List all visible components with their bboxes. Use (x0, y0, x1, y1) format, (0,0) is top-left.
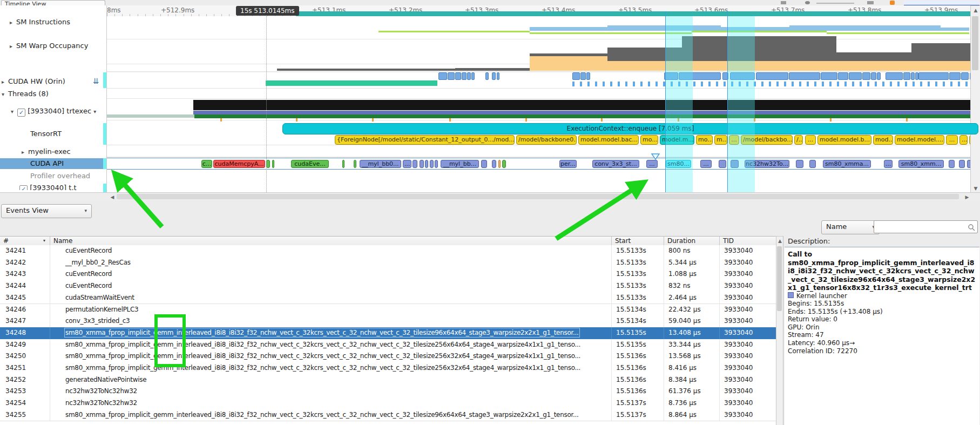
row-myelin-exec[interactable]: ▸myelin-exec (0, 147, 128, 156)
nvtx-range[interactable]: ... (946, 135, 958, 145)
cuda-hw-kernel-box[interactable] (877, 72, 881, 80)
cuda-api-call[interactable]: ... (884, 160, 893, 168)
nvtx-range[interactable]: model.model.b... (817, 135, 871, 145)
cuda-api-call[interactable] (266, 160, 270, 168)
nvtx-range[interactable]: {ForeignNode[/model/static/Constant_12_o… (335, 135, 515, 145)
nvtx-range[interactable]: /model/backbone0... (516, 135, 577, 145)
cuda-api-call[interactable]: ... (646, 160, 658, 168)
cuda-api-call[interactable] (425, 160, 428, 168)
row-sm-instructions[interactable]: ▸SM Instructions (0, 18, 116, 26)
cuda-api-call[interactable]: sm80_xmma... (823, 160, 871, 168)
cuda-hw-kernel-bar[interactable] (266, 80, 437, 86)
cuda-hw-kernel-box[interactable] (438, 72, 447, 80)
cuda-api-call[interactable] (959, 160, 965, 168)
cuda-api-call[interactable] (481, 160, 487, 168)
row-options-icon[interactable]: ▾ (93, 107, 100, 116)
row-threads[interactable]: ▾Threads (8) (0, 90, 108, 98)
cuda-hw-kernel-box[interactable] (886, 72, 903, 80)
cuda-hw-kernel-box[interactable] (961, 72, 969, 80)
table-row[interactable]: 34253nc32hw32ToNc32hw3215.5136s61.376 µs… (0, 386, 776, 398)
trtexec-checkbox[interactable]: ✓ (17, 109, 25, 117)
column-header-duration[interactable]: Duration (664, 237, 720, 245)
timeline-canvas[interactable]: {ForeignNode[/model/static/Constant_12_o… (0, 16, 980, 192)
cuda-api-call[interactable]: ... (403, 160, 411, 168)
scrollbar-thumb[interactable] (972, 16, 978, 70)
cuda-api-call[interactable]: ... (700, 160, 712, 168)
table-row[interactable]: 34251sm80_xmma_fprop_implicit_gemm_inter… (0, 362, 776, 375)
table-row[interactable]: 34250sm80_xmma_fprop_implicit_gemm_inter… (0, 350, 776, 363)
cuda-hw-kernel-box[interactable] (448, 72, 455, 80)
zoom-icon[interactable] (805, 1, 810, 4)
cuda-hw-kernel-box[interactable] (455, 72, 461, 80)
column-header-index[interactable]: #▾ (0, 237, 50, 245)
filter-field-dropdown[interactable]: Name▾ (821, 220, 880, 234)
cuda-api-call[interactable]: per... (559, 160, 577, 168)
cuda-api-call[interactable] (809, 160, 816, 168)
column-header-start[interactable]: Start (612, 237, 664, 245)
cuda-api-call[interactable]: cudaEve... (291, 160, 329, 168)
table-row[interactable]: 34241cuEventRecord15.5133s800 ns3933040 (0, 245, 776, 258)
cuda-api-call[interactable]: c... (201, 160, 212, 168)
table-row[interactable]: 34247conv_3x3_strided_c315.5134s59.040 µ… (0, 315, 776, 328)
cuda-hw-kernel-box[interactable] (862, 72, 870, 80)
cuda-hw-kernel-box[interactable] (949, 72, 961, 80)
cuda-hw-kernel-box[interactable] (492, 72, 496, 80)
cuda-api-call[interactable] (272, 160, 274, 168)
nvtx-range[interactable]: mo... (696, 135, 713, 145)
nvtx-range[interactable]: model.model.bac... (578, 135, 639, 145)
cuda-api-call[interactable] (498, 160, 501, 168)
cuda-hw-kernel-box[interactable] (756, 72, 788, 80)
expand-icon[interactable]: ▸ (2, 78, 8, 86)
nvtx-range[interactable]: mo... (640, 135, 658, 145)
cuda-api-call[interactable] (492, 160, 496, 168)
cuda-api-call[interactable] (502, 160, 506, 168)
cuda-api-call[interactable] (435, 160, 438, 168)
cuda-hw-kernel-box[interactable] (462, 72, 467, 80)
nvtx-range[interactable]: ... (805, 135, 816, 145)
cuda-hw-kernel-box[interactable] (572, 72, 580, 80)
nvtx-range[interactable]: mod... (873, 135, 893, 145)
row-sm-warp-occupancy[interactable]: ▸SM Warp Occupancy (0, 42, 116, 50)
scrollbar-thumb[interactable] (117, 194, 959, 199)
table-row[interactable]: 34248sm80_xmma_fprop_implicit_gemm_inter… (0, 327, 776, 340)
cuda-hw-kernel-box[interactable] (838, 72, 848, 80)
nvtx-range[interactable]: /... (794, 135, 803, 145)
cuda-hw-kernel-box[interactable] (871, 72, 876, 80)
cuda-api-call[interactable] (420, 160, 424, 168)
table-row[interactable]: 34249sm80_xmma_fprop_implicit_gemm_inter… (0, 339, 776, 352)
cuda-api-call[interactable] (342, 160, 344, 168)
cuda-api-call[interactable] (430, 160, 434, 168)
table-row[interactable]: 34243cuEventRecord15.5133s1.088 µs393304… (0, 268, 776, 281)
scroll-right-icon[interactable]: ▶ (963, 194, 971, 200)
toolbar-icon[interactable] (867, 1, 874, 4)
scroll-up-icon[interactable]: ▲ (971, 8, 980, 13)
cuda-hw-kernel-box[interactable] (497, 72, 499, 80)
cuda-api-call[interactable] (719, 160, 726, 168)
table-row[interactable]: 34245cudaStreamWaitEvent15.5133s2.464 µs… (0, 292, 776, 305)
cuda-hw-kernel-box[interactable] (467, 72, 471, 80)
cuda-api-call[interactable]: cudaMemcpyA... (213, 160, 265, 168)
nvtx-range[interactable]: model.model.... (895, 135, 944, 145)
cuda-hw-kernel-box[interactable] (471, 72, 475, 80)
cuda-hw-kernel-box[interactable] (903, 72, 910, 80)
scrollbar-thumb[interactable] (777, 246, 782, 311)
row-cuda-api[interactable]: CUDA API (0, 159, 137, 168)
checkbox[interactable]: ✓ (19, 185, 28, 190)
nvtx-range[interactable]: ... (959, 135, 968, 145)
column-header-name[interactable]: Name (50, 237, 612, 245)
table-row[interactable]: 34254nc32hw32ToNc32hw3215.5137s8.736 µs3… (0, 397, 776, 410)
cuda-hw-kernel-box[interactable] (485, 72, 489, 80)
cuda-hw-kernel-box[interactable] (911, 72, 915, 80)
row-tensorrt[interactable]: TensorRT (0, 130, 137, 138)
collapse-icon[interactable]: ▾ (2, 90, 8, 99)
scroll-pin-icon[interactable]: ⇊ (93, 77, 99, 85)
expand-icon[interactable]: ▸ (22, 148, 28, 157)
table-row[interactable]: 34242__myl_bb0_2_ResCas15.5133s5.344 µs3… (0, 257, 776, 269)
collapse-icon[interactable]: ▾ (11, 107, 17, 116)
search-input[interactable] (874, 220, 978, 233)
scroll-left-icon[interactable]: ◀ (109, 194, 116, 200)
cuda-hw-kernel-box[interactable] (918, 72, 949, 80)
events-view-dropdown[interactable]: Events View▾ (1, 204, 92, 218)
cuda-hw-kernel-box[interactable] (580, 72, 586, 80)
column-header-tid[interactable]: TID (720, 237, 776, 245)
